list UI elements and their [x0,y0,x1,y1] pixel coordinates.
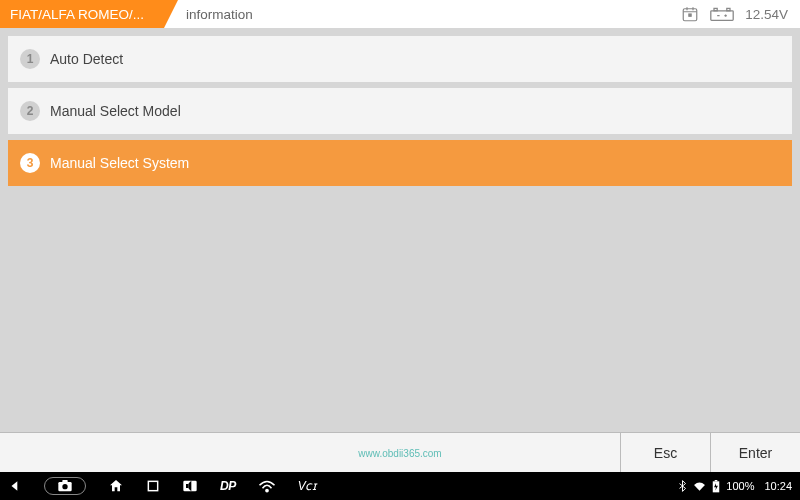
battery-status-icon [712,480,720,493]
wifi-icon [693,481,706,492]
svg-rect-2 [711,11,733,21]
menu-item-number: 1 [20,49,40,69]
action-bar: Esc Enter [0,432,800,472]
vci-icon[interactable]: Vᴄɪ [298,479,316,493]
svg-rect-13 [715,480,718,481]
menu-list: 1 Auto Detect 2 Manual Select Model 3 Ma… [8,36,792,186]
back-icon[interactable] [8,479,22,493]
breadcrumb-brand-label: FIAT/ALFA ROMEO/... [10,7,144,22]
bluetooth-icon [678,480,687,492]
menu-item-number: 2 [20,101,40,121]
breadcrumb-info-label: information [186,7,253,22]
enter-button[interactable]: Enter [710,433,800,472]
dp-app-icon[interactable]: DP [220,479,236,493]
battery-voltage-value: 12.54V [745,7,788,22]
volume-icon[interactable] [182,479,198,493]
header-status: 12.54V [681,5,800,23]
svg-point-11 [266,489,268,491]
breadcrumb-info-tab[interactable]: information [186,7,253,22]
svg-rect-1 [689,14,691,16]
recent-apps-icon[interactable] [146,479,160,493]
menu-item-manual-select-model[interactable]: 2 Manual Select Model [8,88,792,134]
wifi-signal-icon[interactable] [258,479,276,493]
camera-button[interactable] [44,477,86,495]
svg-rect-3 [714,8,717,10]
clock-time: 10:24 [764,480,792,492]
main-content: 1 Auto Detect 2 Manual Select Model 3 Ma… [0,28,800,432]
menu-item-label: Auto Detect [50,51,123,67]
system-nav-bar: DP Vᴄɪ 100% 10:24 [0,472,800,500]
esc-button[interactable]: Esc [620,433,710,472]
svg-rect-8 [148,481,157,490]
menu-item-manual-select-system[interactable]: 3 Manual Select System [8,140,792,186]
menu-item-auto-detect[interactable]: 1 Auto Detect [8,36,792,82]
calendar-icon [681,5,699,23]
home-icon[interactable] [108,478,124,494]
breadcrumb-brand-tab[interactable]: FIAT/ALFA ROMEO/... [0,0,164,28]
app-header: FIAT/ALFA ROMEO/... information [0,0,800,28]
svg-rect-7 [62,480,67,483]
svg-rect-10 [186,484,189,488]
battery-icon [709,6,735,22]
battery-percentage: 100% [726,480,754,492]
svg-rect-4 [727,8,730,10]
svg-point-6 [62,484,67,489]
menu-item-label: Manual Select Model [50,103,181,119]
menu-item-number: 3 [20,153,40,173]
menu-item-label: Manual Select System [50,155,189,171]
